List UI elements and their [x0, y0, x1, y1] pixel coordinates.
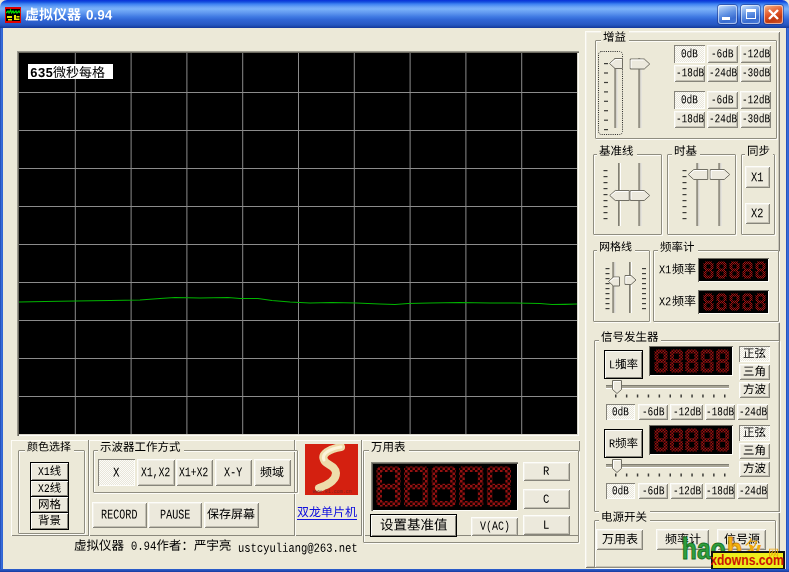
- svg-text:www.81.com.cn: www.81.com.cn: [312, 489, 351, 495]
- svg-text:xdowns.com: xdowns.com: [711, 552, 784, 568]
